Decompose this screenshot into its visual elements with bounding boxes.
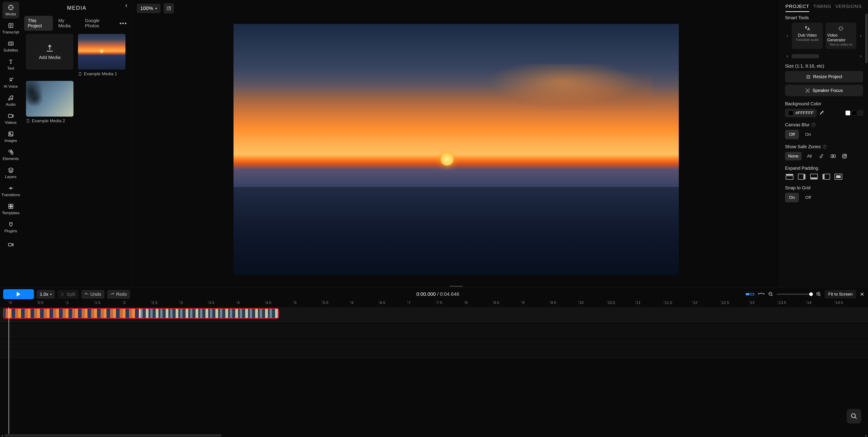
playhead[interactable] [8,307,9,434]
transcript-icon [7,22,14,29]
help-icon[interactable]: ? [823,145,827,149]
swatch-dark[interactable] [858,111,863,116]
swatch-black[interactable] [852,111,857,116]
tab-google-photos[interactable]: Google Photos [81,16,116,31]
dub-video-card[interactable]: Dub Video Translate audio [792,23,823,49]
preview-canvas[interactable] [234,24,679,275]
magnetic-toggle[interactable] [758,291,765,297]
size-label: Size (1:1, 9:16, etc) [785,63,863,69]
rail-elements[interactable]: Elements [2,147,19,163]
blur-off-button[interactable]: Off [785,130,799,139]
playback-speed-dropdown[interactable]: 1.0x ▾ [37,290,55,299]
rail-aivoice[interactable]: AI Voice [2,74,19,91]
hscroll-right[interactable]: ▸ [864,434,868,437]
split-button[interactable]: Split [58,290,79,299]
swatch-white[interactable] [845,111,850,116]
rail-audio[interactable]: Audio [2,92,19,109]
svg-rect-22 [786,176,793,179]
pad-bottom-button[interactable] [809,173,818,180]
tab-versions[interactable]: VERSIONS [835,4,862,12]
media-thumb-1[interactable] [78,34,125,70]
close-timeline-button[interactable] [860,291,865,297]
rail-subtitles[interactable]: Subtitles [2,38,19,55]
zoom-out-button[interactable] [768,291,774,297]
pad-top-button[interactable] [785,173,794,180]
rail-record[interactable] [2,237,19,253]
pad-left-button[interactable] [822,173,831,180]
play-button[interactable] [3,289,34,299]
media-thumb-2[interactable] [26,81,73,117]
clip-2[interactable] [141,309,278,318]
tab-project[interactable]: PROJECT [785,4,809,12]
hscroll-left[interactable]: ◂ [0,434,4,437]
rail-transitions[interactable]: Transitions [2,183,19,199]
selected-clip-group[interactable] [3,308,279,319]
add-media-button[interactable]: Add Media [26,34,73,70]
popout-button[interactable] [164,3,174,13]
resize-project-button[interactable]: Resize Project [785,71,863,83]
track-row-1[interactable] [0,307,868,323]
timeline-tracks[interactable] [0,307,868,434]
safezone-youtube-button[interactable] [829,152,838,161]
track-row-2[interactable] [0,323,868,339]
rail-videos[interactable]: Videos [2,110,19,127]
fit-to-screen-button[interactable]: Fit to Screen [825,290,856,299]
redo-button[interactable]: Redo [107,290,130,299]
skeleton-prev[interactable]: ‹ [785,54,789,59]
search-fab[interactable] [847,409,861,424]
rail-transcript[interactable]: Transcript [2,20,19,37]
smart-next-button[interactable]: › [859,34,863,38]
media-more-button[interactable]: ••• [117,19,129,28]
snap-on-button[interactable]: On [785,193,799,202]
safezones-label: Show Safe Zones ? [785,144,863,149]
tab-timing[interactable]: TIMING [813,4,831,12]
media-panel: MEDIA This Project My Media Google Photo… [22,0,132,288]
clip-1[interactable] [4,309,140,318]
timeline-hscrollbar[interactable]: ◂ ▸ [0,434,868,437]
timeline-resize-handle[interactable] [132,285,780,288]
ruler-tick: :4.5 [265,301,271,305]
search-icon [850,413,857,419]
pad-right-button[interactable] [797,173,806,180]
track-row-4[interactable] [0,350,868,359]
collapse-panel-button[interactable] [124,3,129,8]
audio-icon [7,94,14,101]
undo-button[interactable]: Undo [81,290,104,299]
video-generator-card[interactable]: Video Generator Text to video AI [826,23,857,49]
track-row-3[interactable] [0,340,868,349]
safezone-instagram-button[interactable] [840,152,849,161]
tab-my-media[interactable]: My Media [55,16,80,31]
rail-layers[interactable]: Layers [2,164,19,181]
rail-images[interactable]: Images [2,128,19,145]
skeleton-next[interactable]: › [859,54,863,59]
rail-templates[interactable]: Templates [2,201,19,217]
safezone-all-button[interactable]: All [804,152,815,160]
ripple-toggle[interactable] [745,291,754,297]
svg-point-32 [61,295,62,295]
eyedropper-button[interactable] [819,110,825,116]
blur-on-button[interactable]: On [801,130,815,139]
pad-all-button[interactable] [834,173,843,180]
ruler-tick: :0.5 [37,301,43,305]
timeline-zoom-slider[interactable] [777,293,813,295]
help-icon[interactable]: ? [811,123,815,127]
safezone-none-button[interactable]: None [785,152,802,160]
smart-prev-button[interactable]: ‹ [785,34,789,38]
plugins-icon [7,221,14,228]
tab-this-project[interactable]: This Project [24,16,53,31]
speaker-focus-button[interactable]: Speaker Focus [785,85,863,96]
right-scrollbar[interactable] [865,13,868,285]
media-icon [7,4,14,11]
rail-plugins[interactable]: Plugins [2,219,19,236]
rail-text[interactable]: Text [2,56,19,73]
safezone-tiktok-button[interactable] [817,152,827,161]
rail-media[interactable]: Media [2,2,19,19]
hscroll-thumb[interactable] [4,434,221,437]
snap-off-button[interactable]: Off [801,193,815,202]
zoom-in-button[interactable] [816,291,822,297]
chevron-down-icon: ▾ [155,6,157,10]
chevron-down-icon: ▾ [50,292,52,296]
bgcolor-input[interactable]: #FFFFFF [785,109,817,117]
timeline-ruler[interactable]: :0:0.5:1:1.5:2:2.5:3:3.5:4:4.5:5:5.5:6:6… [0,301,868,307]
canvas-zoom-dropdown[interactable]: 100% ▾ [137,4,160,13]
